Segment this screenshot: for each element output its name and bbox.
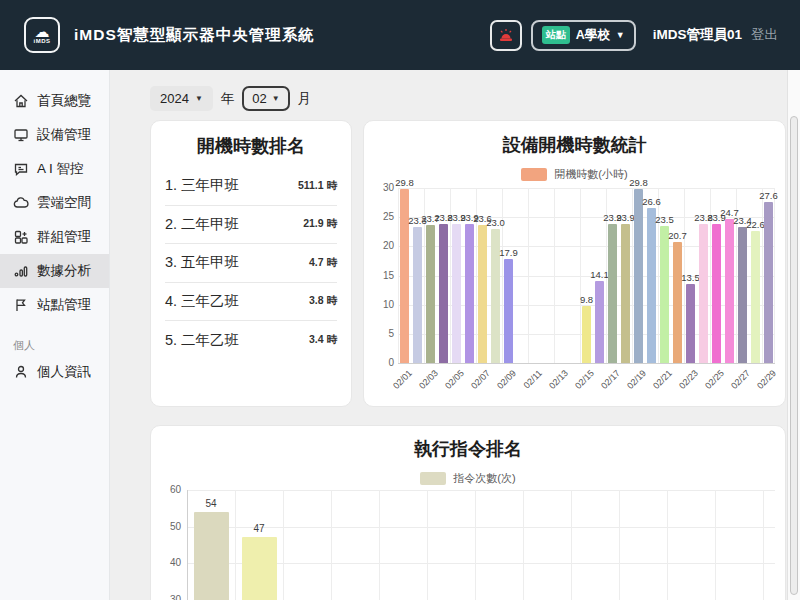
hours-chart-legend: 開機時數(小時) <box>364 167 785 182</box>
gridline <box>187 490 775 491</box>
bar-02/21 <box>660 226 668 363</box>
boot-hours-bar-chart: 05101520253029.802/0123.323.702/0323.823… <box>398 188 775 363</box>
sidebar-item-cloud[interactable]: 雲端空間 <box>0 186 109 220</box>
gridline <box>502 188 503 363</box>
y-tick-label: 5 <box>370 328 394 339</box>
bar-02/16 <box>595 281 603 363</box>
ranking-row-value: 3.8 時 <box>309 294 337 308</box>
sidebar-item-label: 群組管理 <box>37 228 91 246</box>
ranking-row: 1. 三年甲班 511.1 時 <box>165 167 337 206</box>
hours-chart-title: 設備開機時數統計 <box>364 133 785 157</box>
bar-02/28 <box>751 231 759 363</box>
cmd-chart-legend: 指令次數(次) <box>151 471 785 486</box>
gridline <box>528 188 529 363</box>
gridline <box>619 490 620 600</box>
home-icon <box>13 93 29 109</box>
gridline <box>667 490 668 600</box>
chevron-down-icon: ▼ <box>195 94 203 103</box>
y-tick-label: 10 <box>370 299 394 310</box>
month-value: 02 <box>252 91 266 106</box>
ranking-row: 3. 五年甲班 4.7 時 <box>165 244 337 283</box>
gridline <box>774 188 775 363</box>
bar-02/20 <box>647 208 655 363</box>
bar-value-label: 26.6 <box>642 196 661 207</box>
x-tick-label: 02/27 <box>729 368 752 391</box>
month-dropdown[interactable]: 02 ▼ <box>242 86 289 111</box>
bar-02/07 <box>478 225 486 363</box>
bar-02/19 <box>634 189 642 363</box>
bar-value-label: 22.6 <box>746 219 765 230</box>
gridline <box>580 188 581 363</box>
ranking-row-value: 511.1 時 <box>298 179 337 193</box>
ranking-row-value: 4.7 時 <box>309 256 337 270</box>
bar-02/27 <box>738 227 746 364</box>
month-suffix-label: 月 <box>298 90 312 108</box>
gridline <box>398 188 399 363</box>
sidebar-item-label: A I 智控 <box>37 160 84 178</box>
app-logo-icon: ☁ iMDS <box>24 17 60 53</box>
bar-value-label: 20.7 <box>668 230 687 241</box>
x-tick-label: 02/19 <box>625 368 648 391</box>
bar-02/23 <box>686 284 694 363</box>
gridline <box>523 490 524 600</box>
app-title: iMDS智慧型顯示器中央管理系統 <box>74 25 315 46</box>
year-dropdown[interactable]: 2024 ▼ <box>150 86 213 111</box>
sidebar-item-label: 設備管理 <box>37 126 91 144</box>
ranking-row-label: 4. 三年乙班 <box>165 292 239 311</box>
ranking-title: 開機時數排名 <box>151 134 351 158</box>
sidebar-item-home[interactable]: 首頁總覽 <box>0 84 109 118</box>
gridline <box>379 490 380 600</box>
main-content: 2024 ▼ 年 02 ▼ 月 開機時數排名 1. 三年甲班 511.1 時 2… <box>110 70 800 600</box>
sidebar-item-sites[interactable]: 站點管理 <box>0 288 109 322</box>
y-tick-label: 15 <box>370 270 394 281</box>
alarm-button[interactable] <box>490 20 522 51</box>
x-tick-label: 02/25 <box>703 368 726 391</box>
y-tick-label: 50 <box>157 521 181 532</box>
y-tick-label: 30 <box>370 182 394 193</box>
sidebar-item-groups[interactable]: 群組管理 <box>0 220 109 254</box>
x-tick-label: 02/15 <box>573 368 596 391</box>
bar-02/18 <box>621 224 629 363</box>
gridline <box>554 188 555 363</box>
sidebar-item-profile[interactable]: 個人資訊 <box>0 355 109 389</box>
ranking-row-label: 1. 三年甲班 <box>165 176 239 195</box>
logout-link[interactable]: 登出 <box>751 26 778 44</box>
ranking-row-value: 21.9 時 <box>303 217 337 231</box>
legend-swatch <box>521 168 547 181</box>
site-dropdown[interactable]: 站點 A學校 ▼ <box>531 20 636 51</box>
sidebar-item-label: 數據分析 <box>37 262 91 280</box>
chevron-down-icon: ▼ <box>616 30 625 40</box>
vertical-scrollbar <box>787 70 800 600</box>
bar-value-label: 47 <box>253 523 264 534</box>
x-tick-label: 02/29 <box>755 368 778 391</box>
bar-value-label: 17.9 <box>499 247 518 258</box>
bar-value-label: 13.5 <box>681 272 700 283</box>
bar-chart-icon <box>13 263 29 279</box>
gridline <box>283 490 284 600</box>
bar-value-label: 27.6 <box>759 190 778 201</box>
flag-icon <box>13 297 29 313</box>
x-tick-label: 02/09 <box>495 368 518 391</box>
scrollbar-thumb[interactable] <box>790 116 798 595</box>
siren-icon <box>497 26 515 44</box>
boot-hours-chart-card: 設備開機時數統計 開機時數(小時) 05101520253029.802/012… <box>363 120 786 407</box>
sidebar-item-devices[interactable]: 設備管理 <box>0 118 109 152</box>
legend-swatch <box>420 472 446 485</box>
year-suffix-label: 年 <box>221 90 235 108</box>
ranking-row-label: 5. 二年乙班 <box>165 331 239 350</box>
bar-02/22 <box>673 242 681 363</box>
sidebar-item-ai[interactable]: A I 智控 <box>0 152 109 186</box>
x-tick-label: 02/05 <box>443 368 466 391</box>
sidebar-item-analytics[interactable]: 數據分析 <box>0 254 109 288</box>
bar-value-label: 23.0 <box>486 217 505 228</box>
bar-02/09 <box>504 259 512 363</box>
gridline <box>187 490 188 600</box>
x-tick-label: 02/21 <box>651 368 674 391</box>
date-filters: 2024 ▼ 年 02 ▼ 月 <box>150 86 311 111</box>
site-name: A學校 <box>576 27 610 44</box>
y-tick-label: 40 <box>157 557 181 568</box>
bar-02/29 <box>764 202 772 363</box>
bar-02/15 <box>582 306 590 363</box>
x-tick-label: 02/07 <box>469 368 492 391</box>
chevron-down-icon: ▼ <box>272 94 280 103</box>
